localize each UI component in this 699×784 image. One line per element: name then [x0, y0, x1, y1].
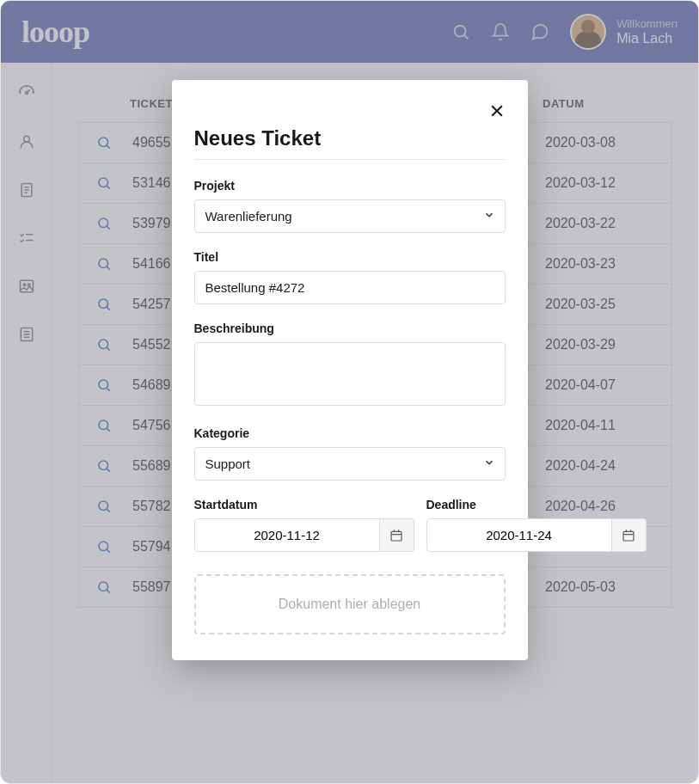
startdate-input[interactable]: [194, 518, 380, 552]
category-select[interactable]: Support: [194, 447, 506, 481]
calendar-icon[interactable]: [612, 518, 647, 552]
title-input[interactable]: [194, 271, 506, 304]
calendar-icon[interactable]: [380, 518, 414, 552]
svg-rect-47: [623, 531, 634, 541]
modal-title: Neues Ticket: [194, 126, 506, 160]
svg-rect-43: [391, 531, 402, 541]
modal-overlay[interactable]: Neues Ticket Projekt Warenlieferung Tite…: [1, 1, 698, 783]
project-select[interactable]: Warenlieferung: [194, 199, 506, 233]
deadline-label: Deadline: [426, 498, 647, 511]
project-label: Projekt: [194, 179, 506, 193]
title-label: Titel: [194, 250, 506, 264]
category-label: Kategorie: [194, 426, 506, 440]
close-icon[interactable]: [488, 102, 506, 119]
modal-close-row: [194, 102, 506, 123]
deadline-input[interactable]: [426, 518, 612, 552]
new-ticket-modal: Neues Ticket Projekt Warenlieferung Tite…: [172, 80, 528, 660]
app-window: looop Willkommen Mia Lach: [0, 0, 699, 784]
document-dropzone[interactable]: Dokument hier ablegen: [194, 574, 506, 634]
description-label: Beschreibung: [194, 322, 506, 335]
startdate-label: Startdatum: [194, 498, 414, 511]
description-textarea[interactable]: [194, 342, 506, 406]
